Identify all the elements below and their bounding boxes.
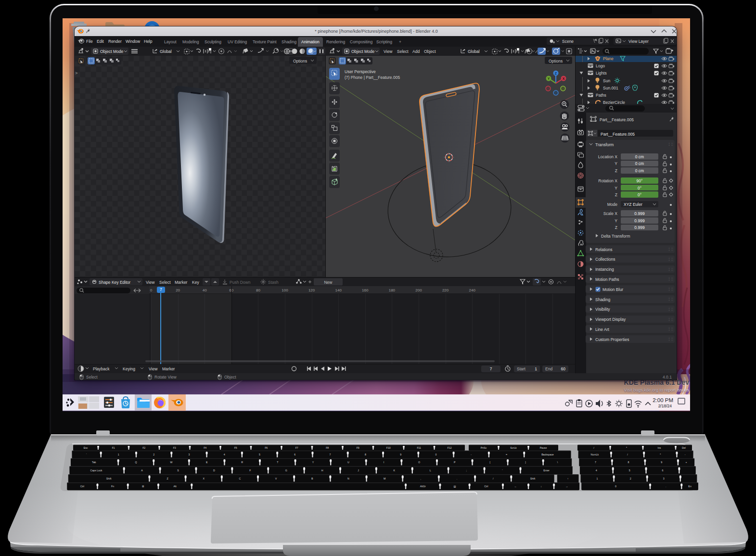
svg-text:En: En <box>688 485 692 488</box>
svg-text:U: U <box>347 461 349 464</box>
svg-text:Object: Object <box>424 49 436 54</box>
svg-text:9: 9 <box>400 453 401 456</box>
svg-text:V: V <box>275 477 277 480</box>
svg-text:Caps Lock: Caps Lock <box>90 469 103 472</box>
svg-text:6: 6 <box>662 469 663 472</box>
svg-text:O: O <box>418 461 420 464</box>
svg-text:Marker: Marker <box>175 280 188 285</box>
svg-text:L: L <box>430 469 431 472</box>
svg-text:2/18/24: 2/18/24 <box>658 404 672 408</box>
svg-text:3: 3 <box>188 453 190 456</box>
svg-text:View: View <box>384 49 393 54</box>
svg-text:4: 4 <box>224 453 225 456</box>
svg-text:Tab: Tab <box>92 461 96 464</box>
svg-text:,: , <box>421 477 421 480</box>
svg-text:*: * <box>660 453 661 456</box>
svg-text:2: 2 <box>630 477 631 480</box>
svg-text:Keying: Keying <box>123 366 135 371</box>
svg-text:1: 1 <box>118 453 119 456</box>
svg-text:⊞: ⊞ <box>142 485 144 488</box>
svg-text:7: 7 <box>595 461 596 464</box>
svg-text:`: ` <box>86 453 87 456</box>
svg-text:F3: F3 <box>173 446 176 449</box>
svg-text:4: 4 <box>596 469 597 472</box>
svg-text:F11: F11 <box>417 446 421 449</box>
svg-text:C: C <box>239 477 241 480</box>
svg-text:Alt: Alt <box>174 485 177 488</box>
svg-text:2:00 PM: 2:00 PM <box>653 397 673 403</box>
svg-text:Scene: Scene <box>562 39 574 44</box>
svg-text:B: B <box>311 477 313 480</box>
svg-text:→: → <box>565 485 568 488</box>
svg-text:*: * <box>626 446 627 449</box>
svg-text:PrtSc: PrtSc <box>481 446 487 449</box>
svg-text:F10: F10 <box>386 446 391 449</box>
svg-text:;: ; <box>466 469 466 472</box>
svg-text:9: 9 <box>661 461 662 464</box>
svg-text:A: A <box>141 469 143 472</box>
svg-text:X: X <box>203 477 205 480</box>
svg-text:Enter: Enter <box>543 469 550 472</box>
svg-text:View: View <box>149 366 158 371</box>
svg-text:AltGr: AltGr <box>420 485 426 488</box>
svg-text:+: + <box>686 461 687 464</box>
svg-text:.: . <box>666 485 666 488</box>
svg-text:F6: F6 <box>265 446 268 449</box>
svg-text:': ' <box>502 469 503 472</box>
svg-text:NumLk: NumLk <box>591 453 599 456</box>
svg-text:3: 3 <box>663 477 665 480</box>
svg-text:-: - <box>685 453 686 456</box>
svg-text:2: 2 <box>153 453 154 456</box>
svg-text:View Layer: View Layer <box>628 39 649 44</box>
svg-text:Object Mode: Object Mode <box>100 49 123 54</box>
svg-text:ScrLk: ScrLk <box>510 446 517 449</box>
svg-text:↓: ↓ <box>540 485 542 488</box>
svg-text:7: 7 <box>330 453 331 456</box>
svg-text:=: = <box>506 453 507 456</box>
svg-text:M: M <box>384 477 385 480</box>
svg-text:Shift: Shift <box>106 477 112 480</box>
svg-text:←: ← <box>514 485 517 488</box>
svg-text:Y: Y <box>548 77 550 80</box>
svg-text:N: N <box>347 477 349 480</box>
svg-text:F2: F2 <box>142 446 145 449</box>
svg-text:6: 6 <box>294 453 295 456</box>
svg-text:K: K <box>394 469 396 472</box>
svg-text:X: X <box>563 77 565 80</box>
svg-text:Fn: Fn <box>111 485 114 488</box>
svg-text:Add: Add <box>412 49 420 54</box>
svg-text:F9: F9 <box>357 446 359 449</box>
svg-text:Marker: Marker <box>162 366 175 371</box>
svg-text:Pause: Pause <box>540 446 547 449</box>
svg-text:R: R <box>241 461 243 464</box>
svg-text:F5: F5 <box>234 446 237 449</box>
svg-text:Ctrl: Ctrl <box>80 485 84 488</box>
svg-text:Shift: Shift <box>530 477 536 480</box>
svg-text:Key: Key <box>192 280 199 285</box>
svg-text:New: New <box>324 280 333 285</box>
svg-text:W: W <box>170 461 173 464</box>
svg-text:1: 1 <box>597 477 598 480</box>
svg-text:Object Mode: Object Mode <box>351 49 374 54</box>
svg-text:F4: F4 <box>204 446 206 449</box>
svg-text:Select: Select <box>159 280 171 285</box>
svg-text:8: 8 <box>365 453 366 456</box>
svg-text:Esc: Esc <box>84 446 88 449</box>
svg-text:8: 8 <box>628 461 629 464</box>
svg-text:Global: Global <box>468 49 480 54</box>
svg-text:5: 5 <box>629 469 630 472</box>
svg-text:F12: F12 <box>448 446 452 449</box>
svg-text:Q: Q <box>135 461 137 464</box>
svg-text:Shape Key Editor: Shape Key Editor <box>99 280 130 285</box>
svg-text:Backspace: Backspace <box>541 453 554 456</box>
svg-text:Del: Del <box>682 446 686 449</box>
svg-text:P: P <box>454 461 456 464</box>
svg-text:Z: Z <box>555 72 557 75</box>
svg-text:.: . <box>457 477 457 480</box>
svg-text:-: - <box>471 453 472 456</box>
svg-text:I: I <box>384 461 384 464</box>
svg-text:Playback: Playback <box>93 366 110 371</box>
svg-text:F1: F1 <box>112 446 115 449</box>
svg-text:D: D <box>213 469 215 472</box>
svg-text:F: F <box>249 469 251 472</box>
